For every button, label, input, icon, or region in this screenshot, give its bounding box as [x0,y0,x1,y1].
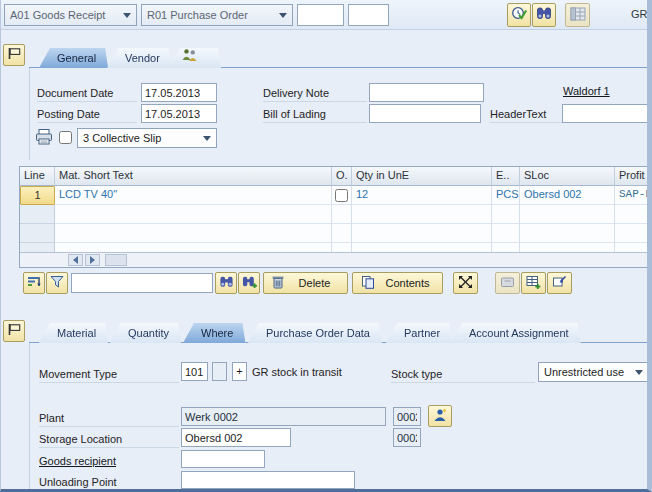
tab-account-assignment[interactable]: Account Assignment [451,323,581,343]
tab-purchase-order-data-label: Purchase Order Data [266,327,370,339]
table-plus-icon [526,275,541,292]
posting-date-input[interactable] [141,104,217,123]
row-sloc[interactable]: Obersd 002 [520,186,615,205]
col-mat-short-text[interactable]: Mat. Short Text [55,167,332,186]
hold-button[interactable] [495,272,520,294]
header-text-input[interactable] [562,104,648,123]
plant-code-field [393,407,421,426]
filter-button[interactable] [46,272,68,294]
scroll-left-button[interactable] [68,254,83,266]
tab-purchase-order-data[interactable]: Purchase Order Data [248,323,382,343]
movement-type-label: Movement Type [39,366,179,383]
vendor-link[interactable]: Waldorf 1 [563,85,610,97]
execute-button[interactable] [507,3,531,27]
special-stock-input[interactable] [212,362,227,381]
binoculars-icon [536,6,552,24]
plant-address-button[interactable] [428,405,452,427]
col-profit[interactable]: Profit [615,167,647,186]
collapse-header-button[interactable] [3,44,25,66]
col-line[interactable]: Line [20,167,55,186]
stock-type-select[interactable]: Unrestricted use [538,362,649,382]
row-unit[interactable]: PCS [492,186,520,205]
col-qty[interactable]: Qty in UnE [352,167,492,186]
header-text-label: HeaderText [490,106,562,123]
document-date-input[interactable] [141,83,217,102]
item-ok-checkbox[interactable] [335,189,348,202]
horizontal-scrollbar[interactable] [20,252,647,267]
action-select[interactable]: A01 Goods Receipt [4,4,137,26]
layout-button[interactable] [565,3,590,27]
chevron-down-icon [279,13,287,18]
layout-grid-icon [570,7,586,24]
trash-icon [272,275,284,291]
tab-quantity[interactable]: Quantity [110,323,181,343]
year-input[interactable] [348,4,389,26]
tab-partner[interactable]: Partner [386,323,452,343]
collapse-detail-button[interactable] [3,320,25,342]
empty-cell [55,224,332,243]
empty-cell [55,205,332,224]
unloading-point-label: Unloading Point [39,474,179,491]
scroll-right-button[interactable] [85,254,100,266]
chevron-down-icon [203,136,211,141]
row-profit[interactable]: SAP-DU [615,186,647,205]
movement-type-description: GR stock in transit [252,366,342,378]
printer-icon [34,128,54,148]
empty-cell [520,205,615,224]
find-next-button[interactable] [238,272,260,294]
table-row[interactable]: 1 LCD TV 40" 12 PCS Obersd 002 SAP-DU [20,186,647,205]
row-material[interactable]: LCD TV 40" [55,186,332,205]
find-button[interactable] [532,3,556,27]
tab-where[interactable]: Where [183,323,245,343]
goods-recipient-label[interactable]: Goods recipient [39,453,179,470]
storage-location-input[interactable] [181,428,291,447]
binoculars-plus-icon [242,275,257,292]
find-item-button[interactable] [215,272,237,294]
print-checkbox[interactable] [59,131,72,144]
gr-indicator: GR [631,8,648,20]
tab-partner-label: Partner [404,327,440,339]
document-date-label: Document Date [37,85,137,102]
empty-cell [332,224,352,243]
empty-cell [352,224,492,243]
table-row-empty[interactable] [20,224,647,243]
col-unit[interactable]: E.. [492,167,520,186]
tab-material[interactable]: Material [39,323,108,343]
goods-recipient-input[interactable] [181,450,265,468]
delete-button-label: Delete [290,277,339,289]
tab-vendor[interactable]: Vendor [107,48,172,68]
stock-type-value: Unrestricted use [544,366,624,378]
movement-type-input[interactable] [181,362,208,381]
tab-vendor-label: Vendor [125,52,160,64]
delete-button[interactable]: Delete [263,272,348,294]
close-flag-icon [7,47,21,63]
movement-plus-field[interactable]: + [232,362,247,381]
document-number-input[interactable] [297,4,344,26]
expand-arrows-icon [458,275,473,292]
row-line-button[interactable]: 1 [20,186,55,205]
goods-recipient-link[interactable]: Goods recipient [39,455,116,467]
print-slip-select[interactable]: 3 Collective Slip [77,128,217,148]
bill-of-lading-input[interactable] [369,104,481,123]
table-row-empty[interactable] [20,205,647,224]
unloading-point-input[interactable] [181,471,355,489]
reference-select[interactable]: R01 Purchase Order [141,4,293,26]
transaction-toolbar: A01 Goods Receipt R01 Purchase Order [1,0,647,30]
expand-button[interactable] [453,272,478,294]
contents-button[interactable]: Contents [352,272,443,294]
tab-account-assignment-label: Account Assignment [469,327,569,339]
add-table-button[interactable] [521,272,546,294]
delivery-note-input[interactable] [369,83,484,102]
address-person-icon [433,408,447,425]
item-search-input[interactable] [71,273,213,293]
col-ok[interactable]: O. [332,167,352,186]
stock-type-label: Stock type [391,366,535,383]
print-slip-value: 3 Collective Slip [83,132,161,144]
details-button[interactable] [547,272,572,294]
scrollbar-thumb[interactable] [105,254,127,266]
col-sloc[interactable]: SLoc [520,167,615,186]
sort-button[interactable] [23,272,45,294]
row-qty[interactable]: 12 [352,186,492,205]
empty-cell [332,205,352,224]
tab-general[interactable]: General [39,48,108,68]
